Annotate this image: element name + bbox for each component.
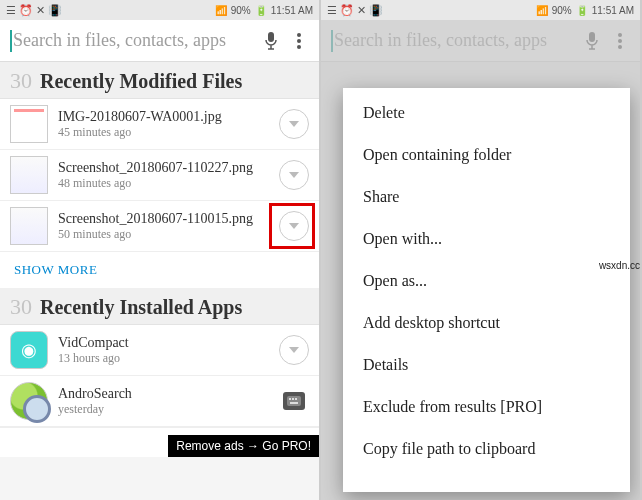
- status-time: 11:51 AM: [592, 5, 634, 16]
- phone-left: ☰ ⏰ ✕ 📳 📶 90% 🔋 11:51 AM Search in files…: [0, 0, 319, 500]
- file-info: Screenshot_20180607-110227.png 48 minute…: [58, 160, 269, 191]
- microphone-icon[interactable]: [257, 27, 285, 55]
- menu-item-exclude-pro[interactable]: Exclude from results [PRO]: [343, 386, 630, 428]
- keyboard-icon[interactable]: [283, 392, 305, 410]
- expand-button[interactable]: [279, 335, 309, 365]
- section-title: Recently Installed Apps: [40, 296, 242, 319]
- file-name: Screenshot_20180607-110015.png: [58, 211, 269, 227]
- app-row[interactable]: AndroSearch yesterday: [0, 376, 319, 427]
- file-thumbnail: [10, 105, 48, 143]
- text-cursor: [10, 30, 12, 52]
- svg-point-2: [297, 39, 301, 43]
- svg-rect-6: [292, 398, 294, 400]
- ad-text: Remove ads → Go PRO!: [176, 439, 311, 453]
- app-name: AndroSearch: [58, 386, 273, 402]
- svg-point-3: [297, 45, 301, 49]
- overflow-menu-icon[interactable]: [285, 27, 313, 55]
- phone-right: ☰ ⏰ ✕ 📳 📶 90% 🔋 11:51 AM Search in files…: [321, 0, 640, 500]
- expand-button[interactable]: [279, 211, 309, 241]
- file-row[interactable]: IMG-20180607-WA0001.jpg 45 minutes ago: [0, 99, 319, 150]
- context-menu: Delete Open containing folder Share Open…: [343, 88, 630, 492]
- svg-rect-4: [287, 396, 301, 406]
- app-info: VidCompact 13 hours ago: [58, 335, 269, 366]
- status-time: 11:51 AM: [271, 5, 313, 16]
- file-time: 45 minutes ago: [58, 125, 269, 140]
- show-more-link[interactable]: SHOW MORE: [0, 252, 319, 288]
- file-thumbnail: [10, 207, 48, 245]
- menu-item-share[interactable]: Share: [343, 176, 630, 218]
- svg-rect-0: [268, 32, 274, 42]
- menu-item-details[interactable]: Details: [343, 344, 630, 386]
- app-info: AndroSearch yesterday: [58, 386, 273, 417]
- menu-item-delete[interactable]: Delete: [343, 92, 630, 134]
- expand-button[interactable]: [279, 160, 309, 190]
- file-thumbnail: [10, 156, 48, 194]
- svg-point-1: [297, 33, 301, 37]
- svg-rect-8: [290, 402, 298, 404]
- status-battery-text: 90%: [231, 5, 251, 16]
- app-icon-vidcompact: ◉: [10, 331, 48, 369]
- menu-item-add-shortcut[interactable]: Add desktop shortcut: [343, 302, 630, 344]
- file-time: 50 minutes ago: [58, 227, 269, 242]
- footer: Remove ads → Go PRO!: [0, 427, 319, 457]
- file-info: IMG-20180607-WA0001.jpg 45 minutes ago: [58, 109, 269, 140]
- section-count: 30: [10, 294, 32, 320]
- app-row[interactable]: ◉ VidCompact 13 hours ago: [0, 325, 319, 376]
- file-name: IMG-20180607-WA0001.jpg: [58, 109, 269, 125]
- app-name: VidCompact: [58, 335, 269, 351]
- status-icons-left: ☰ ⏰ ✕ 📳: [6, 4, 62, 17]
- status-battery-text: 90%: [552, 5, 572, 16]
- section-count: 30: [10, 68, 32, 94]
- remove-ads-banner[interactable]: Remove ads → Go PRO!: [168, 435, 319, 457]
- file-time: 48 minutes ago: [58, 176, 269, 191]
- search-bar[interactable]: Search in files, contacts, apps: [0, 20, 319, 62]
- file-row[interactable]: Screenshot_20180607-110015.png 50 minute…: [0, 201, 319, 252]
- menu-item-open-folder[interactable]: Open containing folder: [343, 134, 630, 176]
- file-info: Screenshot_20180607-110015.png 50 minute…: [58, 211, 269, 242]
- watermark: wsxdn.cc: [599, 260, 640, 271]
- section-header-apps: 30 Recently Installed Apps: [0, 288, 319, 325]
- status-battery-icon: 🔋: [576, 5, 588, 16]
- status-battery-icon: 🔋: [255, 5, 267, 16]
- file-name: Screenshot_20180607-110227.png: [58, 160, 269, 176]
- status-icons-left: ☰ ⏰ ✕ 📳: [327, 4, 383, 17]
- status-bar: ☰ ⏰ ✕ 📳 📶 90% 🔋 11:51 AM: [321, 0, 640, 20]
- search-placeholder: Search in files, contacts, apps: [13, 30, 257, 51]
- svg-rect-7: [295, 398, 297, 400]
- status-signal-icon: 📶: [536, 5, 548, 16]
- section-title: Recently Modified Files: [40, 70, 242, 93]
- menu-item-open-as[interactable]: Open as...: [343, 260, 630, 302]
- section-header-files: 30 Recently Modified Files: [0, 62, 319, 99]
- status-bar: ☰ ⏰ ✕ 📳 📶 90% 🔋 11:51 AM: [0, 0, 319, 20]
- status-signal-icon: 📶: [215, 5, 227, 16]
- menu-item-copy-path[interactable]: Copy file path to clipboard: [343, 428, 630, 470]
- expand-button[interactable]: [279, 109, 309, 139]
- app-time: yesterday: [58, 402, 273, 417]
- app-time: 13 hours ago: [58, 351, 269, 366]
- app-icon-androsearch: [10, 382, 48, 420]
- svg-rect-5: [289, 398, 291, 400]
- file-row[interactable]: Screenshot_20180607-110227.png 48 minute…: [0, 150, 319, 201]
- menu-item-open-with[interactable]: Open with...: [343, 218, 630, 260]
